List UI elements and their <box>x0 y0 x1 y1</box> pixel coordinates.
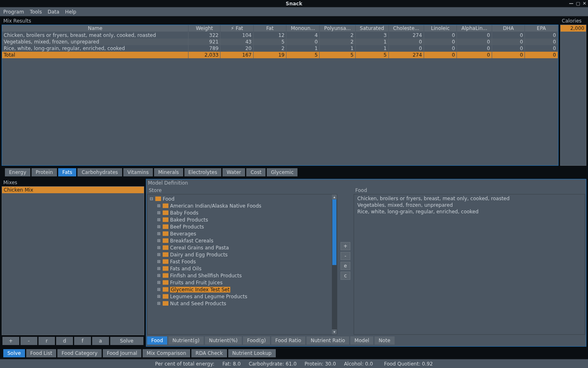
tab-cost[interactable]: Cost <box>246 168 266 176</box>
tab-protein[interactable]: Protein <box>32 168 57 176</box>
col-saturated[interactable]: Saturated <box>355 25 388 32</box>
tree-collapse-icon[interactable]: ⊟ <box>149 197 154 201</box>
tree-item[interactable]: ⊞Glycemic Index Test Set <box>148 286 336 293</box>
scroll-down-icon[interactable]: ▾ <box>332 329 337 334</box>
tab-vitamins[interactable]: Vitamins <box>123 168 153 176</box>
scroll-up-icon[interactable]: ▴ <box>332 194 337 199</box>
col-fat[interactable]: Fat <box>253 25 286 32</box>
mixes-btn-solve[interactable]: Solve <box>110 337 144 345</box>
tab-electrolytes[interactable]: Electrolytes <box>184 168 221 176</box>
store-btn-+[interactable]: + <box>341 242 350 250</box>
tree-item[interactable]: ⊞Baked Products <box>148 216 336 223</box>
tree-item[interactable]: ⊞Dairy and Egg Products <box>148 251 336 258</box>
col-dha[interactable]: DHA <box>492 25 525 32</box>
tree-expand-icon[interactable]: ⊞ <box>157 280 161 285</box>
table-row[interactable]: Rice, white, long-grain, regular, enrich… <box>2 45 558 52</box>
menu-help[interactable]: Help <box>65 9 76 15</box>
tree-root-label[interactable]: Food <box>163 196 175 202</box>
tab-energy[interactable]: Energy <box>5 168 30 176</box>
food-item[interactable]: Rice, white, long-grain, regular, enrich… <box>356 208 583 215</box>
close-icon[interactable]: ✕ <box>583 1 586 6</box>
tab-fats[interactable]: Fats <box>58 168 76 176</box>
tree-expand-icon[interactable]: ⊞ <box>157 217 161 222</box>
mixes-btn--[interactable]: - <box>20 337 37 345</box>
tree-item[interactable]: ⊞Cereal Grains and Pasta <box>148 244 336 251</box>
col-linoleic[interactable]: Linoleic <box>424 25 457 32</box>
mixes-btn-d[interactable]: d <box>56 337 73 345</box>
tree-expand-icon[interactable]: ⊞ <box>157 231 161 236</box>
model-tab-food[interactable]: Food <box>147 336 167 345</box>
tree-item[interactable]: ⊞Finfish and Shellfish Products <box>148 272 336 279</box>
menu-program[interactable]: Program <box>3 9 24 15</box>
tree-item[interactable]: ⊞Nut and Seed Products <box>148 300 336 307</box>
col-monoun[interactable]: Monoun... <box>286 25 320 32</box>
store-tree[interactable]: ⊟Food⊞American Indian/Alaska Native Food… <box>147 194 337 335</box>
store-btn--[interactable]: - <box>341 252 350 260</box>
col-fat-energy[interactable]: ⚡ Fat <box>220 25 254 32</box>
model-tab-nutrient-[interactable]: Nutrient(%) <box>205 336 242 345</box>
mix-results-table[interactable]: Name Weight ⚡ Fat Fat Monoun... Polyunsa… <box>2 25 558 58</box>
tree-expand-icon[interactable]: ⊞ <box>157 210 161 215</box>
col-alphalin[interactable]: AlphaLin... <box>457 25 492 32</box>
tab-minerals[interactable]: Minerals <box>154 168 183 176</box>
tab-water[interactable]: Water <box>222 168 245 176</box>
tree-item[interactable]: ⊞Breakfast Cereals <box>148 237 336 244</box>
col-weight[interactable]: Weight <box>188 25 220 32</box>
bottom-tab-mix-comparison[interactable]: Mix Comparison <box>143 349 190 357</box>
table-row[interactable]: Vegetables, mixed, frozen, unprepared921… <box>2 39 558 45</box>
mix-item[interactable]: Chicken Mix <box>2 187 144 193</box>
bottom-tab-food-journal[interactable]: Food Journal <box>103 349 141 357</box>
bottom-tab-nutrient-lookup[interactable]: Nutrient Lookup <box>228 349 276 357</box>
tree-item[interactable]: ⊞Beef Products <box>148 223 336 230</box>
scrollbar[interactable]: ▴ ▾ <box>332 194 337 334</box>
mixes-btn-a[interactable]: a <box>92 337 109 345</box>
scroll-thumb[interactable] <box>332 199 336 265</box>
mixes-btn-+[interactable]: + <box>2 337 19 345</box>
tree-item[interactable]: ⊞Fruits and Fruit Juices <box>148 279 336 286</box>
col-polyunsa[interactable]: Polyunsa... <box>320 25 355 32</box>
bottom-tab-solve[interactable]: Solve <box>3 349 25 357</box>
mixes-btn-f[interactable]: f <box>74 337 91 345</box>
tree-expand-icon[interactable]: ⊞ <box>157 224 161 229</box>
tree-item[interactable]: ⊞American Indian/Alaska Native Foods <box>148 202 336 209</box>
tree-item[interactable]: ⊞Beverages <box>148 230 336 237</box>
tree-expand-icon[interactable]: ⊞ <box>157 273 161 278</box>
tree-expand-icon[interactable]: ⊞ <box>157 294 161 299</box>
tree-item[interactable]: ⊞Fats and Oils <box>148 265 336 272</box>
food-item[interactable]: Chicken, broilers or fryers, breast, mea… <box>356 195 583 202</box>
model-tab-food-g-[interactable]: Food(g) <box>243 336 270 345</box>
food-list[interactable]: Chicken, broilers or fryers, breast, mea… <box>354 194 585 335</box>
model-tab-model[interactable]: Model <box>350 336 373 345</box>
menu-tools[interactable]: Tools <box>30 9 42 15</box>
tree-expand-icon[interactable]: ⊞ <box>157 266 161 271</box>
col-choleste[interactable]: Choleste... <box>388 25 424 32</box>
food-item[interactable]: Vegetables, mixed, frozen, unprepared <box>356 202 583 208</box>
tree-item[interactable]: ⊞Legumes and Legume Products <box>148 293 336 300</box>
menu-data[interactable]: Data <box>48 9 59 15</box>
model-tab-nutrient-ratio[interactable]: Nutrient Ratio <box>306 336 349 345</box>
model-tab-nutrient-g-[interactable]: Nutrient(g) <box>168 336 204 345</box>
col-name[interactable]: Name <box>2 25 188 32</box>
minimize-icon[interactable]: — <box>569 1 573 6</box>
tree-expand-icon[interactable]: ⊞ <box>157 287 161 292</box>
store-btn-e[interactable]: e <box>341 262 350 270</box>
tree-item[interactable]: ⊞Fast Foods <box>148 258 336 265</box>
bottom-tab-food-category[interactable]: Food Category <box>57 349 101 357</box>
tree-expand-icon[interactable]: ⊞ <box>157 238 161 243</box>
mixes-list[interactable]: Chicken Mix <box>2 186 144 335</box>
bottom-tab-rda-check[interactable]: RDA Check <box>191 349 227 357</box>
tree-expand-icon[interactable]: ⊞ <box>157 259 161 264</box>
tab-glycemic[interactable]: Glycemic <box>267 168 297 176</box>
tree-expand-icon[interactable]: ⊞ <box>157 245 161 250</box>
maximize-icon[interactable]: ▢ <box>576 1 580 6</box>
tab-carbohydrates[interactable]: Carbohydrates <box>77 168 122 176</box>
model-tab-note[interactable]: Note <box>375 336 394 345</box>
tree-item[interactable]: ⊞Baby Foods <box>148 209 336 216</box>
tree-expand-icon[interactable]: ⊞ <box>157 252 161 257</box>
bottom-tab-food-list[interactable]: Food List <box>26 349 57 357</box>
tree-expand-icon[interactable]: ⊞ <box>157 203 161 208</box>
mixes-btn-r[interactable]: r <box>39 337 55 345</box>
store-btn-c[interactable]: c <box>341 272 350 280</box>
model-tab-food-ratio[interactable]: Food Ratio <box>271 336 305 345</box>
col-epa[interactable]: EPA <box>525 25 558 32</box>
